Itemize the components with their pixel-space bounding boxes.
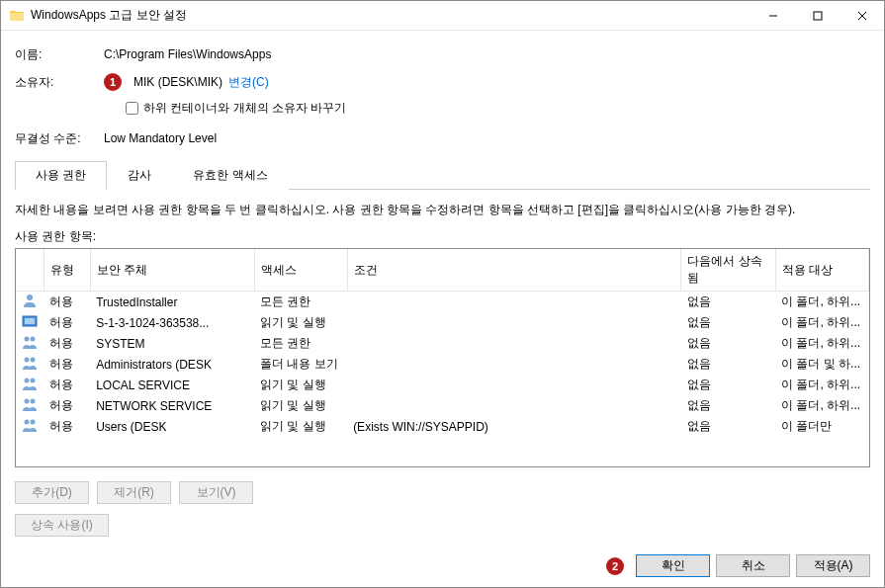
cell-condition: [347, 292, 681, 313]
cell-access: 모든 권한: [254, 333, 347, 354]
col-inherited[interactable]: 다음에서 상속됨: [681, 249, 775, 292]
svg-point-13: [25, 399, 30, 404]
cell-inherited: 없음: [681, 312, 775, 333]
ok-button[interactable]: 확인: [636, 554, 710, 577]
permissions-table: 유형 보안 주체 액세스 조건 다음에서 상속됨 적용 대상 허용Trusted…: [16, 249, 869, 437]
principal-icon: [16, 333, 44, 354]
instruction-text: 자세한 내용을 보려면 사용 권한 항목을 두 번 클릭하십시오. 사용 권한 …: [15, 202, 870, 218]
cell-access: 모든 권한: [254, 292, 347, 313]
cell-principal: LOCAL SERVICE: [90, 375, 254, 395]
col-applies[interactable]: 적용 대상: [775, 249, 868, 292]
table-row[interactable]: 허용TrustedInstaller모든 권한없음이 폴더, 하위...: [16, 292, 869, 313]
cell-principal: NETWORK SERVICE: [90, 395, 254, 416]
cell-applies: 이 폴더, 하위...: [775, 292, 868, 313]
tab-effective-access[interactable]: 유효한 액세스: [172, 161, 288, 190]
table-row[interactable]: 허용NETWORK SERVICE읽기 및 실행없음이 폴더, 하위...: [16, 395, 869, 416]
cell-applies: 이 폴더, 하위...: [775, 395, 868, 416]
svg-point-4: [27, 294, 33, 300]
cell-inherited: 없음: [681, 395, 775, 416]
cell-condition: [347, 375, 681, 395]
add-button[interactable]: 추가(D): [15, 481, 89, 504]
cell-type: 허용: [44, 416, 90, 437]
integrity-row: 무결성 수준: Low Mandatory Level: [15, 126, 870, 150]
cell-principal: SYSTEM: [90, 333, 254, 354]
cell-applies: 이 폴더, 하위...: [775, 333, 868, 354]
advanced-security-window: WindowsApps 고급 보안 설정 이름: C:\Program File…: [0, 0, 885, 588]
svg-rect-1: [814, 12, 822, 20]
titlebar: WindowsApps 고급 보안 설정: [1, 1, 884, 31]
principal-icon: [16, 292, 44, 313]
close-button[interactable]: [840, 1, 884, 30]
content-area: 이름: C:\Program Files\WindowsApps 소유자: 1 …: [1, 31, 884, 545]
svg-point-16: [31, 420, 36, 425]
col-access[interactable]: 액세스: [254, 249, 347, 292]
cell-applies: 이 폴더만: [775, 416, 868, 437]
cell-applies: 이 폴더 및 하...: [775, 354, 868, 375]
principal-icon: [16, 354, 44, 375]
marker-2: 2: [606, 557, 624, 575]
cell-type: 허용: [44, 375, 90, 395]
owner-row: 소유자: 1 MIK (DESK\MIK) 변경(C): [15, 70, 870, 94]
tab-auditing[interactable]: 감사: [107, 161, 172, 190]
change-owner-link[interactable]: 변경(C): [228, 74, 269, 91]
owner-label: 소유자:: [15, 74, 104, 91]
integrity-value: Low Mandatory Level: [104, 131, 217, 145]
name-row: 이름: C:\Program Files\WindowsApps: [15, 42, 870, 66]
cell-access: 읽기 및 실행: [254, 416, 347, 437]
col-condition[interactable]: 조건: [347, 249, 681, 292]
window-controls: [751, 1, 884, 30]
cell-type: 허용: [44, 292, 90, 313]
principal-icon: [16, 312, 44, 333]
remove-button[interactable]: 제거(R): [97, 481, 171, 504]
tab-permissions[interactable]: 사용 권한: [15, 161, 107, 190]
svg-point-15: [25, 420, 30, 425]
cell-applies: 이 폴더, 하위...: [775, 312, 868, 333]
table-row[interactable]: 허용LOCAL SERVICE읽기 및 실행없음이 폴더, 하위...: [16, 375, 869, 395]
owner-value: MIK (DESK\MIK): [133, 75, 222, 89]
table-row[interactable]: 허용Users (DESK읽기 및 실행(Exists WIN://SYSAPP…: [16, 416, 869, 437]
svg-point-14: [31, 399, 36, 404]
integrity-label: 무결성 수준:: [15, 130, 104, 147]
cell-condition: [347, 395, 681, 416]
svg-point-8: [31, 337, 36, 342]
svg-point-11: [25, 378, 30, 383]
action-buttons: 추가(D) 제거(R) 보기(V): [15, 481, 870, 504]
col-principal[interactable]: 보안 주체: [90, 249, 254, 292]
table-row[interactable]: 허용SYSTEM모든 권한없음이 폴더, 하위...: [16, 333, 869, 354]
svg-point-10: [31, 358, 36, 363]
table-row[interactable]: 허용S-1-3-1024-363538...읽기 및 실행없음이 폴더, 하위.…: [16, 312, 869, 333]
cell-access: 읽기 및 실행: [254, 395, 347, 416]
svg-point-12: [31, 378, 36, 383]
cell-condition: [347, 354, 681, 375]
window-title: WindowsApps 고급 보안 설정: [31, 7, 751, 24]
permissions-table-container: 유형 보안 주체 액세스 조건 다음에서 상속됨 적용 대상 허용Trusted…: [15, 248, 870, 467]
svg-rect-6: [25, 318, 35, 324]
cell-access: 읽기 및 실행: [254, 375, 347, 395]
cell-type: 허용: [44, 333, 90, 354]
cell-type: 허용: [44, 312, 90, 333]
maximize-button[interactable]: [795, 1, 840, 30]
table-row[interactable]: 허용Administrators (DESK폴더 내용 보기없음이 폴더 및 하…: [16, 354, 869, 375]
cell-condition: [347, 333, 681, 354]
cell-inherited: 없음: [681, 416, 775, 437]
owner-value-group: 1 MIK (DESK\MIK) 변경(C): [104, 73, 269, 91]
dialog-footer: 2 확인 취소 적용(A): [1, 545, 884, 587]
col-type[interactable]: 유형: [44, 249, 90, 292]
svg-point-9: [25, 358, 30, 363]
cell-type: 허용: [44, 354, 90, 375]
cancel-button[interactable]: 취소: [716, 554, 790, 577]
table-header-row: 유형 보안 주체 액세스 조건 다음에서 상속됨 적용 대상: [16, 249, 869, 292]
list-label: 사용 권한 항목:: [15, 228, 870, 245]
cell-inherited: 없음: [681, 292, 775, 313]
enable-inheritance-button[interactable]: 상속 사용(I): [15, 514, 109, 537]
cell-applies: 이 폴더, 하위...: [775, 375, 868, 395]
name-value: C:\Program Files\WindowsApps: [104, 47, 271, 61]
replace-owner-checkbox[interactable]: [126, 102, 138, 115]
apply-button[interactable]: 적용(A): [796, 554, 870, 577]
col-icon[interactable]: [16, 249, 44, 292]
view-button[interactable]: 보기(V): [179, 481, 253, 504]
cell-inherited: 없음: [681, 375, 775, 395]
minimize-button[interactable]: [751, 1, 795, 30]
tabs: 사용 권한 감사 유효한 액세스: [15, 160, 870, 190]
marker-1: 1: [104, 73, 122, 91]
